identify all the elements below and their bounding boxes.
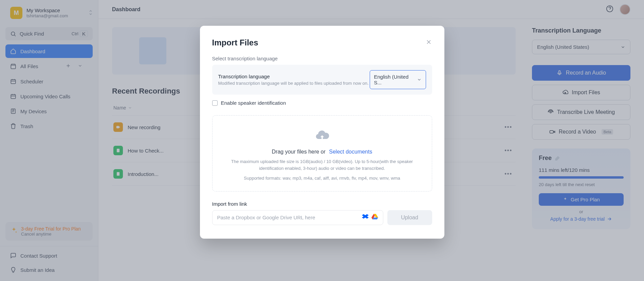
lang-label: Transcription language bbox=[218, 74, 370, 79]
modal-language-select[interactable]: English (United S... bbox=[370, 70, 426, 89]
select-documents-link[interactable]: Select documents bbox=[329, 149, 372, 155]
link-url-input[interactable] bbox=[217, 215, 362, 220]
gdrive-icon bbox=[371, 214, 378, 221]
language-value: English (United S... bbox=[374, 74, 417, 85]
dropzone-text: Drag your files here or Select documents bbox=[221, 149, 424, 155]
link-input-wrapper bbox=[212, 210, 383, 225]
import-files-modal: Import Files Select transcription langua… bbox=[200, 26, 444, 239]
modal-title: Import Files bbox=[212, 38, 425, 47]
modal-overlay[interactable]: Import Files Select transcription langua… bbox=[0, 0, 644, 281]
button-label: Upload bbox=[401, 215, 418, 221]
upload-button[interactable]: Upload bbox=[387, 210, 432, 225]
dropzone[interactable]: Drag your files here or Select documents… bbox=[212, 115, 432, 192]
speaker-id-checkbox[interactable]: Enable speaker identification bbox=[212, 100, 432, 106]
dropbox-icon bbox=[362, 214, 369, 221]
dropzone-meta1: The maximum uploaded file size is 1GB(au… bbox=[221, 158, 424, 172]
cloud-upload-icon bbox=[221, 128, 424, 143]
modal-subtitle: Select transcription language bbox=[212, 56, 432, 61]
close-icon[interactable] bbox=[425, 39, 432, 47]
checkbox-label: Enable speaker identification bbox=[221, 100, 286, 106]
dropzone-meta2: Supported formats: wav, mp3, m4a, caf, a… bbox=[221, 175, 424, 182]
checkbox-icon bbox=[212, 100, 218, 106]
lang-desc: Modified transcription language will be … bbox=[218, 81, 370, 86]
language-box: Transcription language Modified transcri… bbox=[212, 65, 432, 95]
import-link-heading: Import from link bbox=[212, 201, 432, 207]
